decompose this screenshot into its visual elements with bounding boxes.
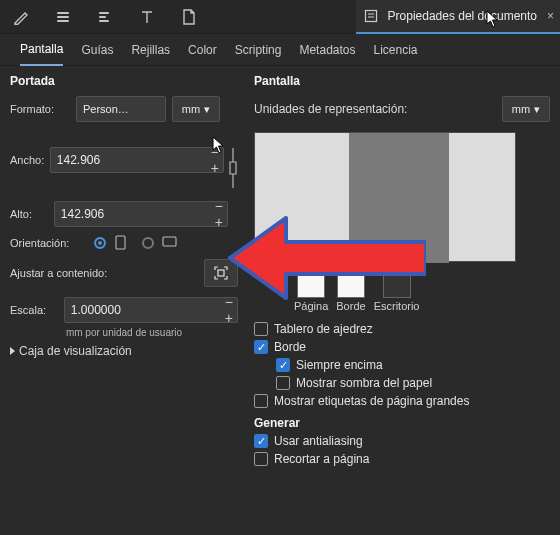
- checkbox-border[interactable]: ✓: [254, 340, 268, 354]
- check-row-antialias[interactable]: ✓ Usar antialiasing: [254, 434, 550, 448]
- page-unit-value: mm: [182, 103, 200, 115]
- preview-swatch-desktop[interactable]: Escritorio: [374, 270, 420, 312]
- scale-unit-note: mm por unidad de usuario: [10, 327, 238, 338]
- check-row-border[interactable]: ✓ Borde: [254, 340, 550, 354]
- display-checklist: Tablero de ajedrez ✓ Borde ✓ Siempre enc…: [254, 322, 550, 408]
- chevron-down-icon: ▾: [204, 103, 210, 116]
- preview-swatch-row: Página Borde Escritorio: [254, 262, 550, 316]
- display-box-disclosure[interactable]: Caja de visualización: [10, 344, 238, 358]
- checkbox-always-top[interactable]: ✓: [276, 358, 290, 372]
- close-icon[interactable]: ×: [547, 9, 554, 23]
- section-title-pantalla-r: Pantalla: [254, 74, 550, 88]
- top-icon-strip: Propiedades del documento ×: [0, 0, 560, 34]
- generate-checklist: ✓ Usar antialiasing Recortar a página: [254, 434, 550, 466]
- tool-align-left-icon[interactable]: [84, 0, 126, 34]
- swatch-desktop-label: Escritorio: [374, 300, 420, 312]
- section-title-portada: Portada: [10, 74, 238, 88]
- section-title-generar: Generar: [254, 416, 550, 430]
- checkbox-antialias[interactable]: ✓: [254, 434, 268, 448]
- check-label-antialias: Usar antialiasing: [274, 434, 363, 448]
- fit-content-row: Ajustar a contenido:: [10, 259, 238, 287]
- landscape-icon: [162, 235, 178, 251]
- panel-tab-document-properties[interactable]: Propiedades del documento ×: [356, 0, 560, 34]
- sub-tab-pantalla[interactable]: Pantalla: [20, 34, 63, 66]
- height-spinner[interactable]: −+: [215, 198, 221, 230]
- canvas-preview: [254, 132, 516, 262]
- swatch-border-label: Borde: [336, 300, 365, 312]
- sub-tab-color[interactable]: Color: [188, 34, 217, 66]
- orientation-landscape-radio[interactable]: [142, 237, 154, 249]
- sub-tab-rejillas[interactable]: Rejillas: [131, 34, 170, 66]
- check-label-chess: Tablero de ajedrez: [274, 322, 373, 336]
- checkbox-chess[interactable]: [254, 322, 268, 336]
- check-label-paper-shadow: Mostrar sombra del papel: [296, 376, 432, 390]
- check-label-border: Borde: [274, 340, 306, 354]
- check-row-clip[interactable]: Recortar a página: [254, 452, 550, 466]
- swatch-border: [337, 270, 365, 298]
- preview-swatch-border[interactable]: Borde: [336, 270, 365, 312]
- svg-rect-2: [163, 237, 176, 246]
- height-field[interactable]: [61, 207, 211, 221]
- scale-field[interactable]: [71, 303, 221, 317]
- scale-row: Escala: −+: [10, 297, 238, 323]
- link-dimensions-icon[interactable]: [228, 128, 238, 191]
- tool-page-icon[interactable]: [168, 0, 210, 34]
- panel-tab-label: Propiedades del documento: [388, 9, 537, 23]
- swatch-page-label: Página: [294, 300, 328, 312]
- display-unit-label: Unidades de representación:: [254, 102, 494, 116]
- check-row-always-top[interactable]: ✓ Siempre encima: [254, 358, 550, 372]
- svg-rect-0: [365, 10, 376, 21]
- preview-swatch-page[interactable]: Página: [294, 270, 328, 312]
- display-box-label: Caja de visualización: [19, 344, 132, 358]
- checkbox-clip[interactable]: [254, 452, 268, 466]
- scale-input[interactable]: −+: [64, 297, 238, 323]
- sub-tab-bar: Pantalla Guías Rejillas Color Scripting …: [0, 34, 560, 66]
- disclosure-triangle-icon: [10, 347, 15, 355]
- fit-to-content-button[interactable]: [204, 259, 238, 287]
- sub-tab-guias[interactable]: Guías: [81, 34, 113, 66]
- display-unit-row: Unidades de representación: mm ▾: [254, 96, 550, 122]
- checkbox-paper-shadow[interactable]: [276, 376, 290, 390]
- portrait-icon: [114, 235, 130, 251]
- width-spinner[interactable]: −+: [211, 144, 217, 176]
- height-input[interactable]: −+: [54, 201, 228, 227]
- left-column: Portada Formato: Person… mm ▾ Ancho: −+: [10, 72, 238, 470]
- height-row: Alto: −+ x: [10, 201, 238, 227]
- width-label: Ancho:: [10, 154, 50, 166]
- orientation-portrait-radio[interactable]: [94, 237, 106, 249]
- display-unit-combo[interactable]: mm ▾: [502, 96, 550, 122]
- check-row-paper-shadow[interactable]: Mostrar sombra del papel: [254, 376, 550, 390]
- display-unit-value: mm: [512, 103, 530, 115]
- check-label-big-labels: Mostrar etiquetas de página grandes: [274, 394, 469, 408]
- fit-content-label: Ajustar a contenido:: [10, 267, 204, 279]
- format-row: Formato: Person… mm ▾: [10, 96, 238, 122]
- check-label-always-top: Siempre encima: [296, 358, 383, 372]
- swatch-desktop: [383, 270, 411, 298]
- check-row-big-labels[interactable]: Mostrar etiquetas de página grandes: [254, 394, 550, 408]
- canvas-preview-doc: [349, 133, 449, 263]
- scale-spinner[interactable]: −+: [225, 294, 231, 326]
- sub-tab-metadatos[interactable]: Metadatos: [299, 34, 355, 66]
- tool-pencil-edit-icon[interactable]: [0, 0, 42, 34]
- format-combo[interactable]: Person…: [76, 96, 166, 122]
- scale-label: Escala:: [10, 304, 64, 316]
- svg-rect-1: [116, 236, 125, 249]
- sub-tab-scripting[interactable]: Scripting: [235, 34, 282, 66]
- orientation-label: Orientación:: [10, 237, 94, 249]
- chevron-down-icon: ▾: [534, 103, 540, 116]
- tool-text-icon[interactable]: [126, 0, 168, 34]
- swatch-page: [297, 270, 325, 298]
- page-unit-combo[interactable]: mm ▾: [172, 96, 220, 122]
- format-value: Person…: [83, 103, 129, 115]
- check-row-chess[interactable]: Tablero de ajedrez: [254, 322, 550, 336]
- tool-stack-icon[interactable]: [42, 0, 84, 34]
- width-row: Ancho: −+: [10, 128, 238, 191]
- checkbox-big-labels[interactable]: [254, 394, 268, 408]
- check-label-clip: Recortar a página: [274, 452, 369, 466]
- sub-tab-licencia[interactable]: Licencia: [374, 34, 418, 66]
- right-column: Pantalla Unidades de representación: mm …: [254, 72, 550, 470]
- width-field[interactable]: [57, 153, 207, 167]
- width-input[interactable]: −+: [50, 147, 224, 173]
- format-label: Formato:: [10, 103, 70, 115]
- height-label: Alto:: [10, 208, 54, 220]
